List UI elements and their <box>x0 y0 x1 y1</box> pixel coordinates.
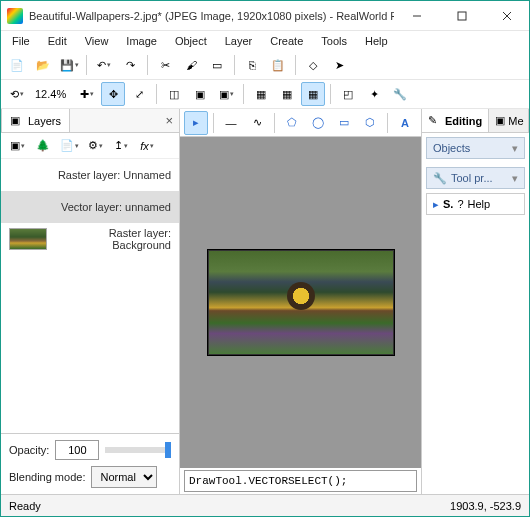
open-file-icon: 📂 <box>36 59 50 72</box>
layer-fx-button[interactable]: fx <box>135 134 159 158</box>
layers-dd-icon: ▣ <box>219 88 229 101</box>
zoom-value[interactable]: 12.4% <box>31 88 73 100</box>
zoom-reset-button[interactable]: ✚ <box>75 82 99 106</box>
opacity-slider[interactable] <box>105 447 171 453</box>
grid-3-button[interactable]: ▦ <box>301 82 325 106</box>
move-view-button[interactable]: ✥ <box>101 82 125 106</box>
layers-panel-close[interactable]: × <box>165 113 173 128</box>
menu-view[interactable]: View <box>78 33 116 49</box>
chevron-collapse-icon: ▾ <box>512 172 518 185</box>
menu-image[interactable]: Image <box>119 33 164 49</box>
text-tool-button[interactable]: A <box>393 111 417 135</box>
brush-button[interactable]: 🖌 <box>179 53 203 77</box>
minimize-button[interactable] <box>394 1 439 31</box>
section-objects[interactable]: Objects ▾ <box>426 137 525 159</box>
separator <box>295 55 296 75</box>
redo-button[interactable]: ↷ <box>118 53 142 77</box>
layer-item-raster-unnamed[interactable]: Raster layer: Unnamed <box>1 159 179 191</box>
cut-button[interactable]: ✂ <box>153 53 177 77</box>
layers-dropdown-button[interactable]: ▣ <box>214 82 238 106</box>
wrench-button[interactable]: 🔧 <box>388 82 412 106</box>
eraser-button[interactable]: ▭ <box>205 53 229 77</box>
crop-icon: ◰ <box>343 88 353 101</box>
section-tool-properties[interactable]: 🔧 Tool pr... ▾ <box>426 167 525 189</box>
close-button[interactable] <box>484 1 529 31</box>
save-file-button[interactable]: 💾 <box>57 53 81 77</box>
curve-tool-button[interactable]: ∿ <box>245 111 269 135</box>
view-toolbar: ⟲ 12.4% ✚ ✥ ⤢ ◫ ▣ ▣ ▦ ▦ ▦ ◰ ✦ 🔧 <box>1 80 529 109</box>
undo-button[interactable]: ↶ <box>92 53 116 77</box>
layer-settings-button[interactable]: ⚙ <box>83 134 107 158</box>
menu-edit[interactable]: Edit <box>41 33 74 49</box>
menu-bar: File Edit View Image Object Layer Create… <box>1 31 529 51</box>
menu-object[interactable]: Object <box>168 33 214 49</box>
canvas-image[interactable] <box>208 250 394 355</box>
separator <box>86 55 87 75</box>
rect-icon: ▭ <box>339 116 349 129</box>
canvas-panel: ▸ — ∿ ⬠ ◯ ▭ ⬡ A <box>180 109 421 494</box>
status-bar: Ready 1903.9, -523.9 <box>1 494 529 516</box>
layer-item-background[interactable]: Raster layer: Background <box>1 223 179 255</box>
wand-button[interactable]: ✦ <box>362 82 386 106</box>
ellipse-tool-button[interactable]: ◯ <box>306 111 330 135</box>
menu-file[interactable]: File <box>5 33 37 49</box>
copy-button[interactable]: ⎘ <box>240 53 264 77</box>
layer-item-vector-unnamed[interactable]: Vector layer: unnamed <box>1 191 179 223</box>
layer-export-button[interactable]: ↥ <box>109 134 133 158</box>
paste-button[interactable]: 📋 <box>266 53 290 77</box>
content-area: ▣ Layers × ▣ 🌲 📄 ⚙ ↥ fx Raster layer: Un… <box>1 109 529 494</box>
crop-button[interactable]: ◰ <box>336 82 360 106</box>
vector-select-button[interactable]: ▸ <box>184 111 208 135</box>
line-icon: — <box>226 117 237 129</box>
layers-view-button[interactable]: ▣ <box>188 82 212 106</box>
menu-layer[interactable]: Layer <box>218 33 260 49</box>
rect-tool-button[interactable]: ▭ <box>332 111 356 135</box>
tool-item-row[interactable]: ▸ S. ? Help <box>426 193 525 215</box>
menu-create[interactable]: Create <box>263 33 310 49</box>
layers-tab[interactable]: ▣ Layers <box>1 109 70 132</box>
rotate-button[interactable]: ⟲ <box>5 82 29 106</box>
grid-icon: ▦ <box>256 88 266 101</box>
maximize-button[interactable] <box>439 1 484 31</box>
grid-icon: ▦ <box>282 88 292 101</box>
layer-doc-button[interactable]: 📄 <box>57 134 81 158</box>
polygon-tool-button[interactable]: ⬡ <box>358 111 382 135</box>
open-file-button[interactable]: 📂 <box>31 53 55 77</box>
slider-handle[interactable] <box>165 442 171 458</box>
save-file-icon: 💾 <box>60 59 74 72</box>
opacity-input[interactable] <box>55 440 99 460</box>
pentagon-tool-button[interactable]: ⬠ <box>280 111 304 135</box>
new-file-icon: 📄 <box>10 59 24 72</box>
right-panel: ✎ Editing ▣ Me Objects ▾ 🔧 Tool pr... ▾ … <box>421 109 529 494</box>
separator <box>156 84 157 104</box>
view-3d-button[interactable]: ◫ <box>162 82 186 106</box>
curve-icon: ∿ <box>253 116 262 129</box>
menu-help[interactable]: Help <box>358 33 395 49</box>
upload-icon: ↥ <box>114 139 123 152</box>
shape-tool-button[interactable]: ◇ <box>301 53 325 77</box>
redo-icon: ↷ <box>126 59 135 72</box>
layer-label: Vector layer: unnamed <box>9 201 171 213</box>
tab-editing[interactable]: ✎ Editing <box>422 109 489 132</box>
command-input[interactable] <box>184 470 417 492</box>
zoom-reset-icon: ✚ <box>80 88 89 101</box>
editing-tab-icon: ✎ <box>428 114 442 128</box>
doc-icon: 📄 <box>60 139 74 152</box>
canvas-viewport[interactable] <box>180 137 421 468</box>
layer-tree-button[interactable]: 🌲 <box>31 134 55 158</box>
new-file-button[interactable]: 📄 <box>5 53 29 77</box>
grid-1-button[interactable]: ▦ <box>249 82 273 106</box>
wrench-icon: 🔧 <box>393 88 407 101</box>
section-tool-label: Tool pr... <box>451 172 512 184</box>
resize-view-button[interactable]: ⤢ <box>127 82 151 106</box>
layer-properties: Opacity: Blending mode: Normal <box>1 433 179 494</box>
pointer-icon: ➤ <box>335 59 344 72</box>
layer-label: Raster layer: Unnamed <box>9 169 171 181</box>
tab-me[interactable]: ▣ Me <box>489 109 529 132</box>
layer-new-button[interactable]: ▣ <box>5 134 29 158</box>
line-tool-button[interactable]: — <box>219 111 243 135</box>
pointer-tool-button[interactable]: ➤ <box>327 53 351 77</box>
blend-mode-select[interactable]: Normal <box>91 466 157 488</box>
grid-2-button[interactable]: ▦ <box>275 82 299 106</box>
menu-tools[interactable]: Tools <box>314 33 354 49</box>
